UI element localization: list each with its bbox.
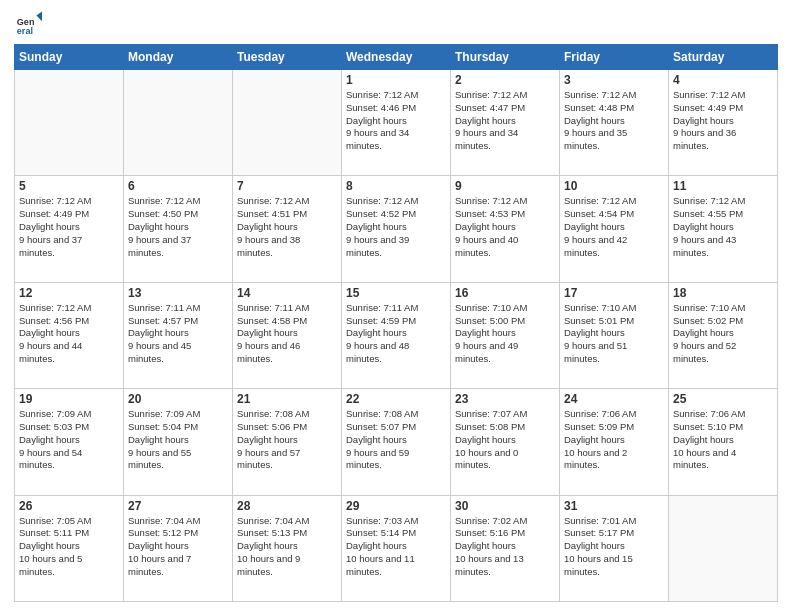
weekday-header-sunday: Sunday xyxy=(15,45,124,70)
calendar-cell: 19Sunrise: 7:09 AMSunset: 5:03 PMDayligh… xyxy=(15,389,124,495)
calendar-cell: 5Sunrise: 7:12 AMSunset: 4:49 PMDaylight… xyxy=(15,176,124,282)
calendar-cell: 18Sunrise: 7:10 AMSunset: 5:02 PMDayligh… xyxy=(669,282,778,388)
week-row-1: 5Sunrise: 7:12 AMSunset: 4:49 PMDaylight… xyxy=(15,176,778,282)
week-row-0: 1Sunrise: 7:12 AMSunset: 4:46 PMDaylight… xyxy=(15,70,778,176)
cell-content: Sunrise: 7:09 AMSunset: 5:04 PMDaylight … xyxy=(128,408,228,472)
cell-content: Sunrise: 7:11 AMSunset: 4:57 PMDaylight … xyxy=(128,302,228,366)
calendar-cell: 12Sunrise: 7:12 AMSunset: 4:56 PMDayligh… xyxy=(15,282,124,388)
calendar-cell: 16Sunrise: 7:10 AMSunset: 5:00 PMDayligh… xyxy=(451,282,560,388)
cell-content: Sunrise: 7:07 AMSunset: 5:08 PMDaylight … xyxy=(455,408,555,472)
day-number: 6 xyxy=(128,179,228,193)
day-number: 13 xyxy=(128,286,228,300)
day-number: 19 xyxy=(19,392,119,406)
day-number: 3 xyxy=(564,73,664,87)
calendar-cell: 21Sunrise: 7:08 AMSunset: 5:06 PMDayligh… xyxy=(233,389,342,495)
cell-content: Sunrise: 7:12 AMSunset: 4:53 PMDaylight … xyxy=(455,195,555,259)
cell-content: Sunrise: 7:12 AMSunset: 4:46 PMDaylight … xyxy=(346,89,446,153)
cell-content: Sunrise: 7:12 AMSunset: 4:54 PMDaylight … xyxy=(564,195,664,259)
weekday-header-saturday: Saturday xyxy=(669,45,778,70)
day-number: 31 xyxy=(564,499,664,513)
weekday-header-row: SundayMondayTuesdayWednesdayThursdayFrid… xyxy=(15,45,778,70)
calendar-cell: 6Sunrise: 7:12 AMSunset: 4:50 PMDaylight… xyxy=(124,176,233,282)
logo-icon: Gen eral xyxy=(14,10,42,38)
day-number: 23 xyxy=(455,392,555,406)
day-number: 10 xyxy=(564,179,664,193)
day-number: 5 xyxy=(19,179,119,193)
calendar-cell: 15Sunrise: 7:11 AMSunset: 4:59 PMDayligh… xyxy=(342,282,451,388)
calendar-cell: 9Sunrise: 7:12 AMSunset: 4:53 PMDaylight… xyxy=(451,176,560,282)
day-number: 14 xyxy=(237,286,337,300)
day-number: 7 xyxy=(237,179,337,193)
calendar-cell: 7Sunrise: 7:12 AMSunset: 4:51 PMDaylight… xyxy=(233,176,342,282)
day-number: 18 xyxy=(673,286,773,300)
calendar-table: SundayMondayTuesdayWednesdayThursdayFrid… xyxy=(14,44,778,602)
calendar-cell: 3Sunrise: 7:12 AMSunset: 4:48 PMDaylight… xyxy=(560,70,669,176)
cell-content: Sunrise: 7:03 AMSunset: 5:14 PMDaylight … xyxy=(346,515,446,579)
calendar-cell: 30Sunrise: 7:02 AMSunset: 5:16 PMDayligh… xyxy=(451,495,560,601)
day-number: 15 xyxy=(346,286,446,300)
calendar-cell xyxy=(669,495,778,601)
calendar-cell xyxy=(15,70,124,176)
calendar-cell: 1Sunrise: 7:12 AMSunset: 4:46 PMDaylight… xyxy=(342,70,451,176)
cell-content: Sunrise: 7:06 AMSunset: 5:09 PMDaylight … xyxy=(564,408,664,472)
calendar-cell: 13Sunrise: 7:11 AMSunset: 4:57 PMDayligh… xyxy=(124,282,233,388)
calendar-cell: 24Sunrise: 7:06 AMSunset: 5:09 PMDayligh… xyxy=(560,389,669,495)
weekday-header-monday: Monday xyxy=(124,45,233,70)
day-number: 21 xyxy=(237,392,337,406)
svg-text:eral: eral xyxy=(17,26,33,36)
cell-content: Sunrise: 7:12 AMSunset: 4:49 PMDaylight … xyxy=(19,195,119,259)
day-number: 29 xyxy=(346,499,446,513)
cell-content: Sunrise: 7:11 AMSunset: 4:59 PMDaylight … xyxy=(346,302,446,366)
cell-content: Sunrise: 7:05 AMSunset: 5:11 PMDaylight … xyxy=(19,515,119,579)
day-number: 22 xyxy=(346,392,446,406)
page: Gen eral SundayMondayTuesdayWednesdayThu… xyxy=(0,0,792,612)
calendar-cell: 29Sunrise: 7:03 AMSunset: 5:14 PMDayligh… xyxy=(342,495,451,601)
day-number: 30 xyxy=(455,499,555,513)
cell-content: Sunrise: 7:10 AMSunset: 5:01 PMDaylight … xyxy=(564,302,664,366)
calendar-cell: 25Sunrise: 7:06 AMSunset: 5:10 PMDayligh… xyxy=(669,389,778,495)
cell-content: Sunrise: 7:12 AMSunset: 4:56 PMDaylight … xyxy=(19,302,119,366)
calendar-cell: 10Sunrise: 7:12 AMSunset: 4:54 PMDayligh… xyxy=(560,176,669,282)
week-row-3: 19Sunrise: 7:09 AMSunset: 5:03 PMDayligh… xyxy=(15,389,778,495)
cell-content: Sunrise: 7:09 AMSunset: 5:03 PMDaylight … xyxy=(19,408,119,472)
day-number: 8 xyxy=(346,179,446,193)
calendar-cell: 2Sunrise: 7:12 AMSunset: 4:47 PMDaylight… xyxy=(451,70,560,176)
cell-content: Sunrise: 7:10 AMSunset: 5:00 PMDaylight … xyxy=(455,302,555,366)
calendar-cell: 23Sunrise: 7:07 AMSunset: 5:08 PMDayligh… xyxy=(451,389,560,495)
day-number: 12 xyxy=(19,286,119,300)
day-number: 9 xyxy=(455,179,555,193)
calendar-cell: 31Sunrise: 7:01 AMSunset: 5:17 PMDayligh… xyxy=(560,495,669,601)
day-number: 27 xyxy=(128,499,228,513)
calendar-cell: 14Sunrise: 7:11 AMSunset: 4:58 PMDayligh… xyxy=(233,282,342,388)
cell-content: Sunrise: 7:02 AMSunset: 5:16 PMDaylight … xyxy=(455,515,555,579)
calendar-cell: 22Sunrise: 7:08 AMSunset: 5:07 PMDayligh… xyxy=(342,389,451,495)
calendar-cell: 27Sunrise: 7:04 AMSunset: 5:12 PMDayligh… xyxy=(124,495,233,601)
calendar-cell xyxy=(233,70,342,176)
week-row-2: 12Sunrise: 7:12 AMSunset: 4:56 PMDayligh… xyxy=(15,282,778,388)
day-number: 20 xyxy=(128,392,228,406)
cell-content: Sunrise: 7:12 AMSunset: 4:55 PMDaylight … xyxy=(673,195,773,259)
cell-content: Sunrise: 7:12 AMSunset: 4:48 PMDaylight … xyxy=(564,89,664,153)
day-number: 1 xyxy=(346,73,446,87)
day-number: 28 xyxy=(237,499,337,513)
calendar-cell: 8Sunrise: 7:12 AMSunset: 4:52 PMDaylight… xyxy=(342,176,451,282)
calendar-cell: 20Sunrise: 7:09 AMSunset: 5:04 PMDayligh… xyxy=(124,389,233,495)
cell-content: Sunrise: 7:08 AMSunset: 5:07 PMDaylight … xyxy=(346,408,446,472)
calendar-cell: 28Sunrise: 7:04 AMSunset: 5:13 PMDayligh… xyxy=(233,495,342,601)
calendar-cell xyxy=(124,70,233,176)
calendar-cell: 17Sunrise: 7:10 AMSunset: 5:01 PMDayligh… xyxy=(560,282,669,388)
day-number: 16 xyxy=(455,286,555,300)
cell-content: Sunrise: 7:11 AMSunset: 4:58 PMDaylight … xyxy=(237,302,337,366)
cell-content: Sunrise: 7:12 AMSunset: 4:47 PMDaylight … xyxy=(455,89,555,153)
day-number: 25 xyxy=(673,392,773,406)
calendar-cell: 26Sunrise: 7:05 AMSunset: 5:11 PMDayligh… xyxy=(15,495,124,601)
day-number: 11 xyxy=(673,179,773,193)
cell-content: Sunrise: 7:12 AMSunset: 4:51 PMDaylight … xyxy=(237,195,337,259)
day-number: 17 xyxy=(564,286,664,300)
cell-content: Sunrise: 7:12 AMSunset: 4:49 PMDaylight … xyxy=(673,89,773,153)
cell-content: Sunrise: 7:06 AMSunset: 5:10 PMDaylight … xyxy=(673,408,773,472)
weekday-header-wednesday: Wednesday xyxy=(342,45,451,70)
calendar-cell: 11Sunrise: 7:12 AMSunset: 4:55 PMDayligh… xyxy=(669,176,778,282)
cell-content: Sunrise: 7:08 AMSunset: 5:06 PMDaylight … xyxy=(237,408,337,472)
logo: Gen eral xyxy=(14,10,44,38)
